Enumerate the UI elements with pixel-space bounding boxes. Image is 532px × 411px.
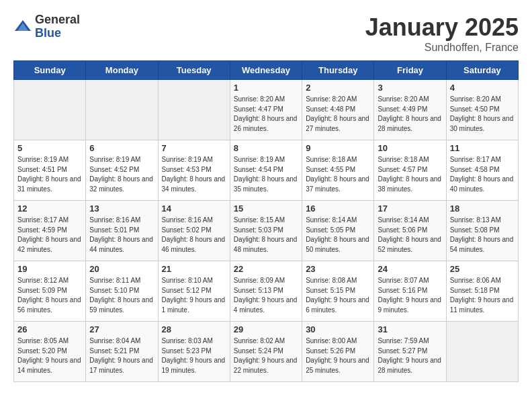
calendar-week-row: 26Sunrise: 8:05 AMSunset: 5:20 PMDayligh… (14, 322, 519, 382)
logo-general: General (35, 13, 80, 27)
calendar-cell: 27Sunrise: 8:04 AMSunset: 5:21 PMDayligh… (86, 322, 158, 382)
calendar-cell: 11Sunrise: 8:17 AMSunset: 4:58 PMDayligh… (446, 140, 518, 201)
day-info: Sunrise: 8:19 AMSunset: 4:52 PMDaylight:… (89, 155, 154, 194)
day-number: 18 (450, 203, 515, 214)
calendar-cell: 26Sunrise: 8:05 AMSunset: 5:20 PMDayligh… (14, 322, 86, 382)
day-number: 23 (306, 264, 370, 274)
weekday-header: Friday (374, 61, 446, 80)
day-info: Sunrise: 7:59 AMSunset: 5:27 PMDaylight:… (378, 336, 442, 375)
calendar-cell: 19Sunrise: 8:12 AMSunset: 5:09 PMDayligh… (14, 261, 86, 322)
day-info: Sunrise: 8:20 AMSunset: 4:48 PMDaylight:… (306, 95, 370, 134)
calendar-week-row: 19Sunrise: 8:12 AMSunset: 5:09 PMDayligh… (14, 261, 519, 322)
day-number: 22 (234, 264, 298, 274)
calendar-cell: 17Sunrise: 8:14 AMSunset: 5:06 PMDayligh… (374, 201, 446, 261)
calendar-cell: 29Sunrise: 8:02 AMSunset: 5:24 PMDayligh… (230, 322, 302, 382)
calendar-cell: 15Sunrise: 8:15 AMSunset: 5:03 PMDayligh… (230, 201, 302, 261)
day-info: Sunrise: 8:06 AMSunset: 5:18 PMDaylight:… (450, 276, 515, 315)
weekday-header: Thursday (302, 61, 374, 80)
logo-text: General Blue (35, 13, 80, 40)
day-info: Sunrise: 8:05 AMSunset: 5:20 PMDaylight:… (17, 336, 82, 375)
day-info: Sunrise: 8:20 AMSunset: 4:47 PMDaylight:… (234, 95, 298, 134)
calendar-week-row: 12Sunrise: 8:17 AMSunset: 4:59 PMDayligh… (14, 201, 519, 261)
calendar-title: January 2025 (365, 13, 519, 42)
logo: General Blue (13, 13, 80, 40)
calendar-cell: 14Sunrise: 8:16 AMSunset: 5:02 PMDayligh… (158, 201, 230, 261)
day-number: 12 (17, 203, 82, 214)
day-number: 26 (17, 324, 82, 334)
calendar-week-row: 5Sunrise: 8:19 AMSunset: 4:51 PMDaylight… (14, 140, 519, 201)
day-number: 27 (89, 324, 154, 334)
calendar-cell (14, 80, 86, 140)
calendar-cell: 3Sunrise: 8:20 AMSunset: 4:49 PMDaylight… (374, 80, 446, 140)
day-number: 1 (234, 83, 298, 93)
calendar-cell: 1Sunrise: 8:20 AMSunset: 4:47 PMDaylight… (230, 80, 302, 140)
day-number: 7 (162, 143, 226, 153)
day-info: Sunrise: 8:00 AMSunset: 5:26 PMDaylight:… (306, 336, 370, 375)
day-number: 8 (234, 143, 298, 153)
weekday-header: Wednesday (230, 61, 302, 80)
calendar-cell: 30Sunrise: 8:00 AMSunset: 5:26 PMDayligh… (302, 322, 374, 382)
calendar-cell: 23Sunrise: 8:08 AMSunset: 5:15 PMDayligh… (302, 261, 374, 322)
day-info: Sunrise: 8:14 AMSunset: 5:06 PMDaylight:… (378, 216, 442, 255)
day-number: 14 (162, 203, 226, 214)
day-number: 9 (306, 143, 370, 153)
logo-icon (13, 17, 32, 36)
calendar-cell: 9Sunrise: 8:18 AMSunset: 4:55 PMDaylight… (302, 140, 374, 201)
day-info: Sunrise: 8:17 AMSunset: 4:59 PMDaylight:… (17, 216, 82, 255)
calendar-cell: 10Sunrise: 8:18 AMSunset: 4:57 PMDayligh… (374, 140, 446, 201)
day-number: 6 (89, 143, 154, 153)
day-number: 19 (17, 264, 82, 274)
day-info: Sunrise: 8:10 AMSunset: 5:12 PMDaylight:… (162, 276, 226, 315)
calendar-cell: 22Sunrise: 8:09 AMSunset: 5:13 PMDayligh… (230, 261, 302, 322)
day-number: 17 (378, 203, 442, 214)
calendar-cell: 25Sunrise: 8:06 AMSunset: 5:18 PMDayligh… (446, 261, 518, 322)
day-number: 5 (17, 143, 82, 153)
day-number: 31 (378, 324, 442, 334)
day-info: Sunrise: 8:17 AMSunset: 4:58 PMDaylight:… (450, 155, 515, 194)
weekday-header-row: SundayMondayTuesdayWednesdayThursdayFrid… (14, 61, 519, 80)
day-info: Sunrise: 8:16 AMSunset: 5:01 PMDaylight:… (89, 216, 154, 255)
page-header: General Blue January 2025 Sundhoffen, Fr… (13, 13, 519, 54)
day-number: 4 (450, 83, 515, 93)
calendar-cell: 7Sunrise: 8:19 AMSunset: 4:53 PMDaylight… (158, 140, 230, 201)
day-info: Sunrise: 8:20 AMSunset: 4:50 PMDaylight:… (450, 95, 515, 134)
calendar-cell: 13Sunrise: 8:16 AMSunset: 5:01 PMDayligh… (86, 201, 158, 261)
calendar-cell: 21Sunrise: 8:10 AMSunset: 5:12 PMDayligh… (158, 261, 230, 322)
calendar-cell: 31Sunrise: 7:59 AMSunset: 5:27 PMDayligh… (374, 322, 446, 382)
day-info: Sunrise: 8:04 AMSunset: 5:21 PMDaylight:… (89, 336, 154, 375)
day-number: 13 (89, 203, 154, 214)
calendar-table: SundayMondayTuesdayWednesdayThursdayFrid… (13, 60, 519, 382)
day-info: Sunrise: 8:12 AMSunset: 5:09 PMDaylight:… (17, 276, 82, 315)
calendar-cell: 12Sunrise: 8:17 AMSunset: 4:59 PMDayligh… (14, 201, 86, 261)
calendar-cell: 18Sunrise: 8:13 AMSunset: 5:08 PMDayligh… (446, 201, 518, 261)
calendar-cell (158, 80, 230, 140)
day-info: Sunrise: 8:19 AMSunset: 4:51 PMDaylight:… (17, 155, 82, 194)
day-number: 20 (89, 264, 154, 274)
calendar-cell: 2Sunrise: 8:20 AMSunset: 4:48 PMDaylight… (302, 80, 374, 140)
calendar-cell: 16Sunrise: 8:14 AMSunset: 5:05 PMDayligh… (302, 201, 374, 261)
calendar-cell: 6Sunrise: 8:19 AMSunset: 4:52 PMDaylight… (86, 140, 158, 201)
calendar-cell: 28Sunrise: 8:03 AMSunset: 5:23 PMDayligh… (158, 322, 230, 382)
calendar-cell (446, 322, 518, 382)
calendar-cell: 8Sunrise: 8:19 AMSunset: 4:54 PMDaylight… (230, 140, 302, 201)
calendar-cell: 4Sunrise: 8:20 AMSunset: 4:50 PMDaylight… (446, 80, 518, 140)
day-info: Sunrise: 8:09 AMSunset: 5:13 PMDaylight:… (234, 276, 298, 315)
day-number: 25 (450, 264, 515, 274)
day-info: Sunrise: 8:07 AMSunset: 5:16 PMDaylight:… (378, 276, 442, 315)
day-number: 3 (378, 83, 442, 93)
day-info: Sunrise: 8:16 AMSunset: 5:02 PMDaylight:… (162, 216, 226, 255)
title-block: January 2025 Sundhoffen, France (365, 13, 519, 54)
day-info: Sunrise: 8:18 AMSunset: 4:55 PMDaylight:… (306, 155, 370, 194)
day-info: Sunrise: 8:20 AMSunset: 4:49 PMDaylight:… (378, 95, 442, 134)
day-number: 29 (234, 324, 298, 334)
day-info: Sunrise: 8:18 AMSunset: 4:57 PMDaylight:… (378, 155, 442, 194)
day-number: 15 (234, 203, 298, 214)
day-number: 11 (450, 143, 515, 153)
weekday-header: Monday (86, 61, 158, 80)
logo-blue: Blue (35, 27, 80, 40)
day-info: Sunrise: 8:15 AMSunset: 5:03 PMDaylight:… (234, 216, 298, 255)
calendar-subtitle: Sundhoffen, France (365, 42, 519, 54)
day-info: Sunrise: 8:11 AMSunset: 5:10 PMDaylight:… (89, 276, 154, 315)
day-number: 24 (378, 264, 442, 274)
calendar-week-row: 1Sunrise: 8:20 AMSunset: 4:47 PMDaylight… (14, 80, 519, 140)
